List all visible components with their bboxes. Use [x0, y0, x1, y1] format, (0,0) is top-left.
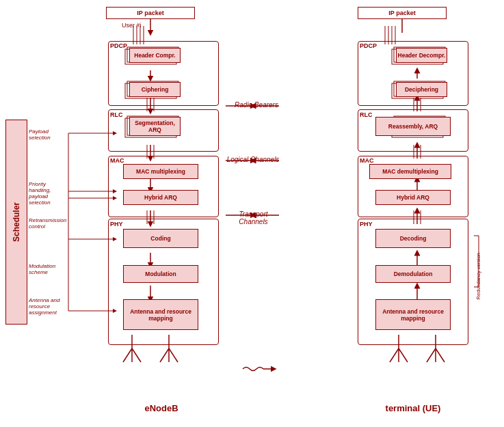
segmentation-block: Segmentation, ARQ — [129, 117, 181, 136]
phy-label-right: PHY — [360, 221, 373, 228]
svg-line-33 — [169, 348, 178, 362]
ip-packet-left: IP packet — [106, 7, 195, 19]
coding-block: Coding — [123, 229, 198, 248]
terminal-label: terminal (UE) — [358, 403, 468, 413]
payload-selection-label: Payload selection — [29, 128, 67, 141]
reassembly-block: Reassembly, ARQ — [375, 117, 451, 136]
modulation-scheme-label: Modulation scheme — [29, 263, 67, 275]
phy-label-left: PHY — [110, 221, 123, 228]
user-label: User #i — [122, 22, 142, 29]
redundancy-label: Redundancy version — [475, 253, 503, 299]
radio-bearers-label: Radio Bearers — [229, 101, 284, 109]
svg-line-31 — [160, 348, 169, 362]
modulation-block: Modulation — [123, 265, 198, 283]
hybrid-arq-left: Hybrid ARQ — [123, 190, 198, 205]
scheduler-label: Scheduler — [12, 202, 21, 242]
transport-channels-label: Transport Channels — [224, 210, 283, 225]
ciphering-block: Ciphering — [129, 82, 181, 97]
svg-line-29 — [132, 348, 141, 362]
svg-line-48 — [390, 348, 399, 362]
decoding-block: Decoding — [375, 229, 451, 248]
svg-line-50 — [399, 348, 408, 362]
antenna-mapping-right: Antenna and resource mapping — [375, 299, 451, 330]
antenna-mapping-left: Antenna and resource mapping — [123, 299, 198, 330]
deciphering-block: Deciphering — [396, 82, 447, 97]
pdcp-label-left: PDCP — [110, 42, 127, 49]
ip-packet-right: IP packet — [358, 7, 447, 19]
mac-label-left: MAC — [110, 157, 124, 164]
diagram: IP packet IP packet User #i PDCP Header … — [0, 0, 504, 427]
demodulation-block: Demodulation — [375, 265, 451, 283]
svg-line-54 — [436, 348, 445, 362]
mac-mux-block: MAC multiplexing — [123, 164, 198, 179]
rlc-label-right: RLC — [360, 111, 373, 118]
mac-label-right: MAC — [360, 157, 374, 164]
rlc-label-left: RLC — [110, 111, 123, 118]
enodeb-label: eNodeB — [106, 403, 217, 413]
hybrid-arq-right: Hybrid ARQ — [375, 190, 451, 205]
mac-demux-block: MAC demultiplexing — [369, 164, 451, 179]
scheduler-box: Scheduler — [5, 120, 27, 325]
pdcp-label-right: PDCP — [360, 42, 377, 49]
retransmission-label: Retransmission control — [29, 217, 67, 230]
header-decompr-block: Header Decompr. — [396, 48, 447, 63]
svg-line-27 — [123, 348, 132, 362]
header-compr-block: Header Compr. — [129, 48, 181, 63]
svg-line-52 — [427, 348, 436, 362]
priority-handling-label: Priority handling, payload selection — [29, 181, 67, 206]
antenna-resource-label: Antenna and resource assignment — [29, 297, 67, 316]
logical-channels-label: Logical Channels — [226, 156, 280, 163]
